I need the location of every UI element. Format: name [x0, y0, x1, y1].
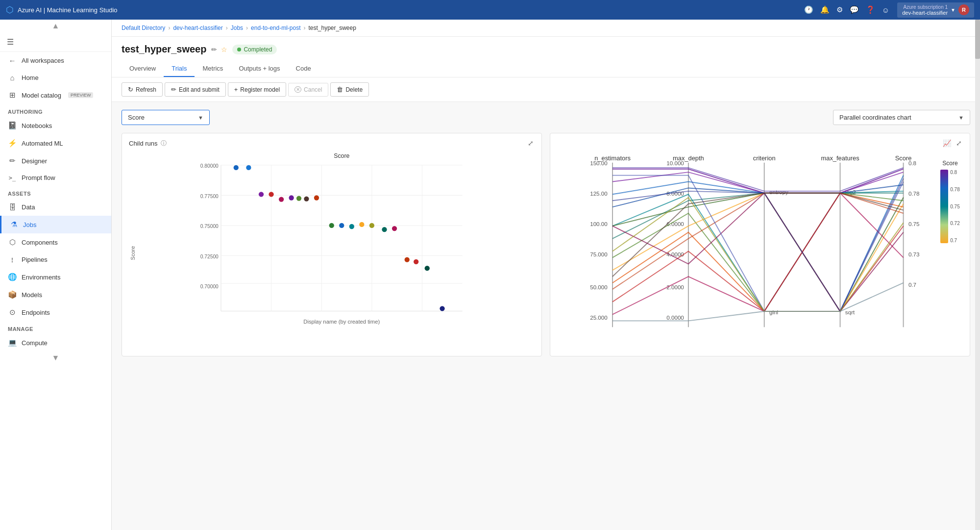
topbar-title: ⬡ Azure AI | Machine Learning Studio — [6, 4, 118, 15]
parallel-legend: Score 0.8 0.78 0.75 0.72 0.7 — [935, 150, 965, 346]
plus-icon: + — [234, 86, 238, 93]
svg-point-26 — [329, 223, 334, 228]
svg-point-23 — [296, 196, 301, 201]
child-runs-title: Child runs ⓘ — [129, 139, 167, 148]
star-icon[interactable]: ☆ — [221, 46, 227, 53]
sidebar-item-data[interactable]: 🗄 Data — [0, 199, 111, 216]
cancel-button[interactable]: ✕ Cancel — [288, 83, 328, 97]
topbar-icons: 🕐 🔔 ⚙ 💬 ❓ ☺ — [804, 5, 889, 14]
metric-dropdown[interactable]: Score ▼ — [122, 110, 210, 125]
svg-text:criterion: criterion — [753, 154, 776, 162]
environments-icon: 🌐 — [8, 273, 17, 281]
sidebar-header: ☰ — [0, 32, 111, 52]
legend-values: 0.8 0.78 0.75 0.72 0.7 — [950, 170, 959, 243]
edit-submit-button[interactable]: ✏ Edit and submit — [165, 82, 226, 97]
grid-icon: ⊞ — [8, 91, 17, 100]
automl-icon: ⚡ — [8, 139, 17, 148]
sidebar-item-notebooks[interactable]: 📓 Notebooks — [0, 117, 111, 134]
svg-text:125.00: 125.00 — [590, 190, 608, 197]
tab-code[interactable]: Code — [288, 61, 319, 77]
content-area: Score ▼ Parallel coordinates chart ▼ Chi… — [112, 102, 980, 364]
endpoints-icon: ⊙ — [8, 308, 17, 317]
smiley-icon[interactable]: ☺ — [882, 6, 889, 14]
sidebar-item-model-catalog[interactable]: ⊞ Model catalog PREVIEW — [0, 86, 111, 104]
sidebar-item-home[interactable]: ⌂ Home — [0, 69, 111, 86]
svg-text:gini: gini — [769, 309, 778, 315]
legend-val-3: 0.75 — [950, 204, 959, 209]
sidebar-item-back[interactable]: ← All workspaces — [0, 52, 111, 69]
edit-title-icon[interactable]: ✏ — [211, 46, 217, 53]
svg-text:150.00: 150.00 — [590, 160, 608, 166]
chart-actions-left: ⤢ — [527, 138, 535, 148]
sidebar-item-endpoints[interactable]: ⊙ Endpoints — [0, 303, 111, 321]
metric-dropdown-label: Score — [128, 114, 145, 121]
prompt-flow-icon: >_ — [8, 175, 17, 181]
breadcrumb-default-directory[interactable]: Default Directory — [122, 25, 165, 31]
user-area[interactable]: Azure subscription 1 dev-heart-classifie… — [897, 2, 974, 18]
trash-icon: 🗑 — [337, 86, 343, 93]
sidebar-item-prompt-flow[interactable]: >_ Prompt flow — [0, 170, 111, 186]
sidebar-scroll-down[interactable]: ▼ — [0, 352, 111, 364]
refresh-button[interactable]: ↻ Refresh — [122, 82, 163, 97]
dropdowns-row: Score ▼ Parallel coordinates chart ▼ — [122, 110, 970, 125]
svg-text:0.75000: 0.75000 — [200, 224, 219, 229]
svg-text:Display name (by created time): Display name (by created time) — [303, 319, 380, 325]
legend-gradient — [940, 170, 948, 243]
info-icon[interactable]: ⓘ — [161, 139, 167, 148]
help-icon[interactable]: ❓ — [866, 5, 875, 14]
tab-metrics[interactable]: Metrics — [195, 61, 231, 77]
breadcrumb-jobs[interactable]: Jobs — [231, 25, 243, 31]
chart-header-left: Child runs ⓘ ⤢ — [122, 133, 541, 150]
tab-trials[interactable]: Trials — [164, 61, 195, 77]
designer-icon: ✏ — [8, 156, 17, 165]
breadcrumb-experiment[interactable]: end-to-end-ml-post — [251, 25, 300, 31]
sidebar-item-compute[interactable]: 💻 Compute — [0, 334, 111, 352]
svg-point-19 — [259, 192, 264, 197]
register-model-button[interactable]: + Register model — [228, 82, 286, 97]
svg-text:50.000: 50.000 — [590, 284, 608, 290]
chevron-down-icon: ▼ — [951, 7, 956, 13]
expand-icon[interactable]: ⤢ — [527, 138, 535, 148]
workspace-name: dev-heart-classifier — [902, 10, 948, 16]
clock-icon[interactable]: 🕐 — [804, 5, 813, 14]
svg-text:entropy: entropy — [769, 189, 788, 195]
parallel-coords-chart: 📈 ⤢ n_estimators max_depth criterion max… — [550, 133, 970, 356]
sidebar-scroll-up[interactable]: ▲ — [0, 20, 111, 32]
tab-outputs-logs[interactable]: Outputs + logs — [231, 61, 288, 77]
chevron-down-icon: ▼ — [198, 115, 203, 121]
sidebar-item-components[interactable]: ⬡ Components — [0, 233, 111, 251]
hamburger-icon[interactable]: ☰ — [7, 37, 14, 47]
line-chart-icon[interactable]: 📈 — [942, 138, 952, 148]
sidebar-item-designer[interactable]: ✏ Designer — [0, 152, 111, 170]
compute-icon: 💻 — [8, 338, 17, 347]
scrollbar-thumb[interactable] — [975, 20, 980, 59]
tab-overview[interactable]: Overview — [122, 61, 164, 77]
sidebar-item-pipelines[interactable]: ⫶ Pipelines — [0, 251, 111, 268]
expand-icon-right[interactable]: ⤢ — [955, 138, 963, 148]
sidebar-item-automated-ml[interactable]: ⚡ Automated ML — [0, 134, 111, 152]
sidebar-item-models[interactable]: 📦 Models — [0, 286, 111, 303]
bell-icon[interactable]: 🔔 — [820, 5, 830, 14]
status-dot — [237, 48, 241, 51]
edit-icon: ✏ — [171, 86, 176, 93]
models-icon: 📦 — [8, 290, 17, 299]
gear-icon[interactable]: ⚙ — [836, 5, 843, 14]
svg-point-34 — [414, 259, 418, 264]
manage-section-label: Manage — [0, 321, 111, 334]
chat-icon[interactable]: 💬 — [850, 5, 859, 14]
svg-text:6.0000: 6.0000 — [666, 221, 684, 227]
chevron-down-icon-2: ▼ — [958, 115, 964, 121]
tabs: Overview Trials Metrics Outputs + logs C… — [122, 61, 970, 77]
chart-type-dropdown[interactable]: Parallel coordinates chart ▼ — [833, 110, 970, 125]
delete-button[interactable]: 🗑 Delete — [330, 82, 369, 97]
sidebar-item-jobs[interactable]: ⚗ Jobs — [0, 216, 111, 233]
delete-label: Delete — [345, 86, 363, 93]
breadcrumb-workspace[interactable]: dev-heart-classifier — [173, 25, 222, 31]
svg-point-18 — [246, 165, 251, 170]
chart-actions-right: 📈 ⤢ — [942, 138, 963, 148]
parallel-svg: n_estimators max_depth criterion max_fea… — [555, 150, 935, 346]
breadcrumb-sep-3: › — [246, 25, 248, 31]
svg-text:25.000: 25.000 — [590, 314, 608, 321]
sidebar-item-environments[interactable]: 🌐 Environments — [0, 268, 111, 286]
svg-text:75.000: 75.000 — [590, 251, 608, 257]
